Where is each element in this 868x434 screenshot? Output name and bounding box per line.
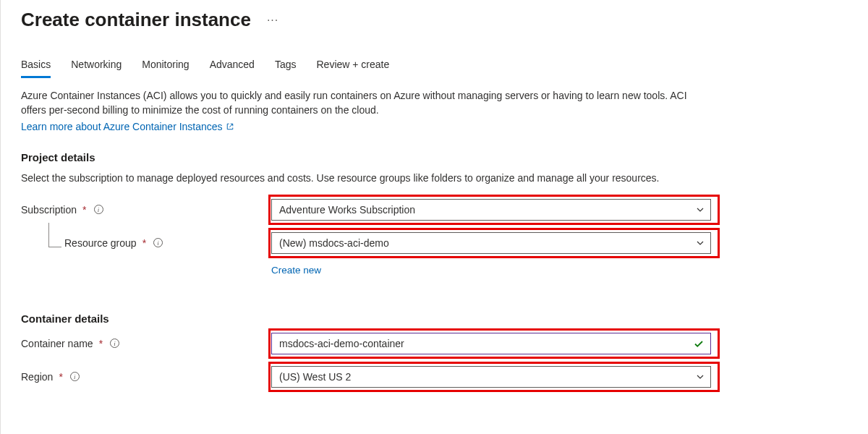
subscription-dropdown[interactable]: Adventure Works Subscription — [271, 199, 711, 221]
required-marker: * — [82, 204, 86, 216]
info-icon[interactable]: i — [94, 205, 103, 214]
container-details-heading: Container details — [21, 312, 848, 325]
required-marker: * — [142, 237, 146, 249]
required-marker: * — [59, 371, 62, 383]
container-name-value: msdocs-aci-demo-container — [279, 338, 404, 349]
tab-networking[interactable]: Networking — [71, 59, 122, 78]
tab-tags[interactable]: Tags — [275, 59, 297, 78]
chevron-down-icon — [696, 373, 705, 381]
region-dropdown[interactable]: (US) West US 2 — [271, 366, 711, 388]
learn-more-label: Learn more about Azure Container Instanc… — [21, 121, 223, 132]
tab-monitoring[interactable]: Monitoring — [142, 59, 189, 78]
subscription-label: Subscription — [21, 204, 77, 216]
page-title: Create container instance — [21, 9, 251, 31]
project-details-heading: Project details — [21, 151, 848, 163]
tab-bar: Basics Networking Monitoring Advanced Ta… — [21, 59, 848, 78]
tab-basics[interactable]: Basics — [21, 59, 51, 78]
resource-group-label: Resource group — [64, 237, 137, 249]
info-icon[interactable]: i — [153, 238, 163, 247]
container-name-input[interactable]: msdocs-aci-demo-container — [271, 333, 711, 354]
learn-more-link[interactable]: Learn more about Azure Container Instanc… — [21, 121, 234, 132]
more-actions-button[interactable]: ··· — [267, 14, 278, 27]
create-new-link[interactable]: Create new — [271, 265, 321, 276]
checkmark-icon — [693, 338, 705, 349]
info-icon[interactable]: i — [110, 339, 119, 348]
container-name-label: Container name — [21, 338, 93, 349]
intro-text: Azure Container Instances (ACI) allows y… — [21, 88, 701, 118]
external-link-icon — [226, 122, 234, 131]
tree-connector — [48, 223, 61, 247]
required-marker: * — [99, 338, 103, 349]
chevron-down-icon — [696, 205, 705, 214]
resource-group-dropdown[interactable]: (New) msdocs-aci-demo — [271, 232, 711, 254]
project-details-desc: Select the subscription to manage deploy… — [21, 171, 701, 185]
info-icon[interactable]: i — [70, 372, 80, 381]
region-value: (US) West US 2 — [279, 371, 351, 383]
tab-advanced[interactable]: Advanced — [210, 59, 255, 78]
tab-review-create[interactable]: Review + create — [317, 59, 390, 78]
region-label: Region — [21, 371, 53, 383]
subscription-value: Adventure Works Subscription — [279, 204, 415, 216]
resource-group-value: (New) msdocs-aci-demo — [279, 237, 389, 249]
chevron-down-icon — [696, 239, 705, 247]
